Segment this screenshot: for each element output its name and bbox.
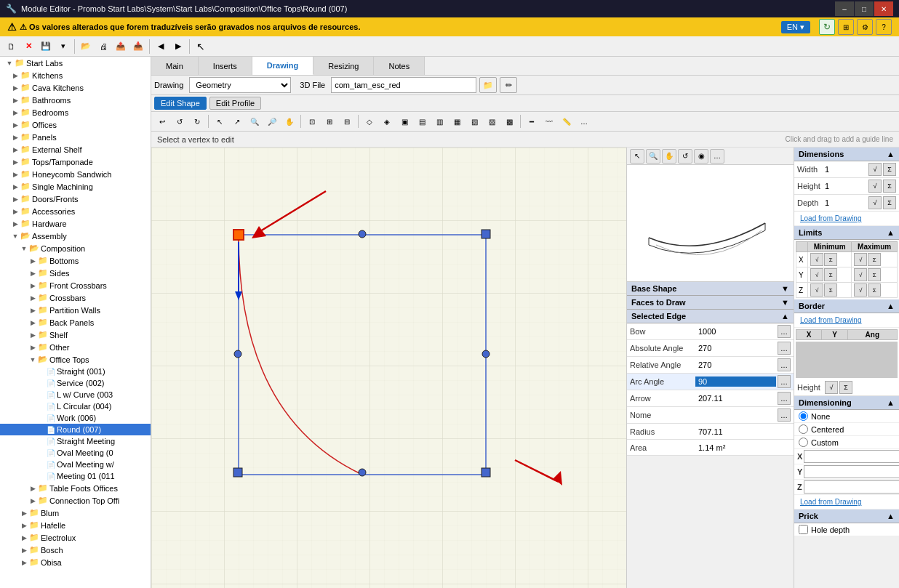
shape-tool5[interactable]: ▥ xyxy=(431,113,447,129)
abs-angle-edit-btn[interactable]: … xyxy=(778,342,791,355)
tab-inserts[interactable]: Inserts xyxy=(199,57,252,75)
limits-x-max-sum[interactable]: Σ xyxy=(868,253,881,266)
zoom-out-tool[interactable]: 🔎 xyxy=(264,113,280,129)
help-button[interactable]: ? xyxy=(876,19,892,35)
nome-edit-btn[interactable]: … xyxy=(778,408,791,422)
custom-radio[interactable] xyxy=(799,438,808,447)
edit-shape-button[interactable]: Edit Shape xyxy=(154,97,207,110)
centered-radio[interactable] xyxy=(799,424,808,434)
cursor-tool[interactable]: ↖ xyxy=(193,39,209,55)
3d-more-btn[interactable]: … xyxy=(710,149,724,164)
shape-tool6[interactable]: ▦ xyxy=(449,113,465,129)
tree-item-l-circular--004-[interactable]: 📄L Circular (004) xyxy=(0,400,151,412)
tree-item-table-foots-offices[interactable]: ▶📁Table Foots Offices xyxy=(0,482,151,494)
tree-item-service--002-[interactable]: 📄Service (002) xyxy=(0,377,151,389)
tree-item-bosch[interactable]: ▶📁Bosch xyxy=(0,544,151,556)
dimensions-section[interactable]: Dimensions ▲ xyxy=(794,148,899,161)
limits-y-max-sqrt[interactable]: √ xyxy=(854,268,867,281)
tree-item-straight-meeting[interactable]: 📄Straight Meeting xyxy=(0,435,151,447)
file-browse-button[interactable]: 📁 xyxy=(479,77,497,93)
limits-x-min-sqrt[interactable]: √ xyxy=(810,253,823,266)
pointer-tool[interactable]: ↖ xyxy=(212,113,228,129)
width-sqrt-btn[interactable]: √ xyxy=(868,163,882,176)
select-tool[interactable]: ↩ xyxy=(154,113,170,129)
tree-item-straight--001-[interactable]: 📄Straight (001) xyxy=(0,366,151,377)
tree-item-other[interactable]: ▶📁Other xyxy=(0,341,151,353)
arrow-tool[interactable]: ↗ xyxy=(229,113,245,129)
depth-sqrt-btn[interactable]: √ xyxy=(868,196,882,209)
tree-item-connection-top-offi[interactable]: ▶📁Connection Top Offi xyxy=(0,494,151,507)
grid-button[interactable]: ⊞ xyxy=(838,19,854,35)
tree-item-accessories[interactable]: ▶📁Accessories xyxy=(0,205,151,217)
limits-y-min-sum[interactable]: Σ xyxy=(824,268,837,281)
save-dropdown[interactable]: ▾ xyxy=(55,39,71,55)
arrow-edit-btn[interactable]: … xyxy=(778,392,791,405)
height-sqrt-btn[interactable]: √ xyxy=(868,180,882,193)
3d-zoom-btn[interactable]: 🔍 xyxy=(646,149,660,164)
tree-root[interactable]: ▼ 📁 Start Labs xyxy=(0,57,151,69)
more-tool[interactable]: … xyxy=(576,113,592,129)
3d-pan-btn[interactable]: ✋ xyxy=(662,149,676,164)
refresh-button[interactable]: ↻ xyxy=(819,19,835,35)
shape-tool7[interactable]: ▧ xyxy=(466,113,482,129)
shape-tool3[interactable]: ▣ xyxy=(396,113,412,129)
bow-edit-btn[interactable]: … xyxy=(778,325,791,338)
load-from-drawing-link3[interactable]: Load from Drawing xyxy=(797,496,896,507)
tree-item-offices[interactable]: ▶📁Offices xyxy=(0,118,151,131)
file3d-input[interactable]: com_tam_esc_red xyxy=(331,77,476,93)
tree-item-oval-meeting--0[interactable]: 📄Oval Meeting (0 xyxy=(0,447,151,459)
limits-z-max-sum[interactable]: Σ xyxy=(868,283,881,297)
midpoint-top[interactable] xyxy=(359,230,366,238)
tree-item-doors-fronts[interactable]: ▶📁Doors/Fronts xyxy=(0,193,151,205)
maximize-button[interactable]: □ xyxy=(855,1,874,16)
import-button[interactable]: 📥 xyxy=(130,39,146,55)
tree-item-bedrooms[interactable]: ▶📁Bedrooms xyxy=(0,106,151,118)
tree-item-panels[interactable]: ▶📁Panels xyxy=(0,131,151,143)
tree-item-l-w--curve--003[interactable]: 📄L w/ Curve (003 xyxy=(0,389,151,400)
limits-y-min-sqrt[interactable]: √ xyxy=(810,268,823,281)
tree-item-hafelle[interactable]: ▶📁Hafelle xyxy=(0,519,151,531)
border-section[interactable]: Border ▲ xyxy=(794,299,899,313)
shape-tool8[interactable]: ▨ xyxy=(484,113,500,129)
tab-main[interactable]: Main xyxy=(151,57,199,75)
tree-item-partition-walls[interactable]: ▶📁Partition Walls xyxy=(0,304,151,316)
tree-item-external-shelf[interactable]: ▶📁External Shelf xyxy=(0,143,151,156)
line-tool[interactable]: ━ xyxy=(524,113,540,129)
limits-z-min-sqrt[interactable]: √ xyxy=(810,283,823,297)
settings-button[interactable]: ⚙ xyxy=(857,19,873,35)
tree-item-shelf[interactable]: ▶📁Shelf xyxy=(0,329,151,341)
tree-item-electrolux[interactable]: ▶📁Electrolux xyxy=(0,531,151,544)
shape-tool9[interactable]: ▩ xyxy=(501,113,517,129)
3d-select-btn[interactable]: ↖ xyxy=(630,149,644,164)
faces-to-draw-section[interactable]: Faces to Draw ▼ xyxy=(627,296,794,310)
tab-notes[interactable]: Notes xyxy=(374,57,425,75)
back-button[interactable]: ◀ xyxy=(153,39,169,55)
height-sum-btn[interactable]: Σ xyxy=(883,180,896,193)
tree-item-kitchens[interactable]: ▶📁Kitchens xyxy=(0,69,151,81)
tree-item-work--006-[interactable]: 📄Work (006) xyxy=(0,412,151,424)
selected-edge-section[interactable]: Selected Edge ▲ xyxy=(627,310,794,323)
undo-close-button[interactable]: ✕ xyxy=(20,39,36,55)
tree-item-tops-tamponade[interactable]: ▶📁Tops/Tamponade xyxy=(0,156,151,168)
limits-x-max-sqrt[interactable]: √ xyxy=(854,253,867,266)
pan-tool[interactable]: ✋ xyxy=(281,113,297,129)
midpoint-bottom[interactable] xyxy=(359,469,366,476)
tree-item-round--007-[interactable]: 📄Round (007) xyxy=(0,424,151,435)
curve-tool[interactable]: 〰 xyxy=(541,113,557,129)
tree-item-sides[interactable]: ▶📁Sides xyxy=(0,267,151,279)
midpoint-left[interactable] xyxy=(234,350,241,358)
border-height-sqrt[interactable]: √ xyxy=(825,381,838,394)
drawing-dropdown[interactable]: Geometry xyxy=(189,77,291,93)
edit-profile-button[interactable]: Edit Profile xyxy=(209,97,261,110)
prick-section[interactable]: Prick ▲ xyxy=(794,510,899,523)
print-button[interactable]: 🖨 xyxy=(95,39,111,55)
limits-z-min-sum[interactable]: Σ xyxy=(824,283,837,297)
depth-sum-btn[interactable]: Σ xyxy=(883,196,896,209)
measure-tool[interactable]: 📏 xyxy=(559,113,575,129)
limits-y-max-sum[interactable]: Σ xyxy=(868,268,881,281)
shape-tool1[interactable]: ◇ xyxy=(361,113,377,129)
width-sum-btn[interactable]: Σ xyxy=(883,163,896,176)
tree-item-obisa[interactable]: ▶📁Obisa xyxy=(0,556,151,568)
arc-angle-value[interactable]: 90 xyxy=(695,376,776,387)
minimize-button[interactable]: – xyxy=(835,1,854,16)
